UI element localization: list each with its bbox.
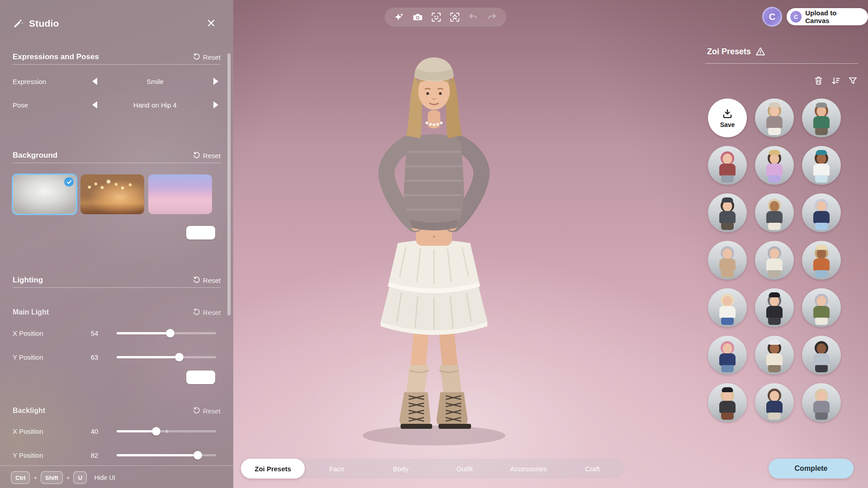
expression-value: Smile <box>99 78 211 85</box>
slider-knob[interactable] <box>193 451 202 460</box>
preset-navy-blazer-brown-bob[interactable] <box>755 383 794 422</box>
preset-avatar <box>755 146 794 185</box>
background-reset-button[interactable]: Reset <box>193 152 221 160</box>
preset-gray-windbreaker-sunglasses[interactable] <box>802 383 841 422</box>
preset-green-jacket-gray-cap[interactable] <box>802 99 841 137</box>
sparkles-icon[interactable] <box>394 12 405 23</box>
tab-zoi-presets[interactable]: Zoi Presets <box>241 459 305 479</box>
save-preset-button[interactable]: Save <box>708 99 747 137</box>
main-light-color-swatch[interactable] <box>186 371 215 384</box>
tab-craft[interactable]: Craft <box>561 459 624 479</box>
tab-face[interactable]: Face <box>305 459 368 479</box>
redo-icon[interactable] <box>486 12 497 23</box>
complete-button[interactable]: Complete <box>769 459 854 479</box>
save-label: Save <box>720 121 735 128</box>
upload-to-canvas-button[interactable]: C Upload to Canvas <box>787 8 868 25</box>
pose-prev-icon[interactable] <box>90 100 99 110</box>
preset-avatar <box>802 288 841 327</box>
hide-ui-label: Hide UI <box>94 474 115 481</box>
filter-icon[interactable] <box>847 75 858 86</box>
panel-title: Studio <box>29 18 59 29</box>
backlight-y-slider[interactable] <box>117 450 216 460</box>
selected-check-icon <box>64 177 74 187</box>
main-light-y-slider[interactable] <box>117 352 216 362</box>
body-capture-icon[interactable] <box>449 12 460 23</box>
pose-label: Pose <box>13 101 90 109</box>
preset-blond-buzzcut-bomber[interactable] <box>755 193 794 232</box>
preset-avatar <box>802 99 841 137</box>
tab-outfit[interactable]: Outfit <box>433 459 496 479</box>
slider-knob[interactable] <box>166 329 175 338</box>
expression-label: Expression <box>13 78 90 85</box>
viewport-toolbar <box>385 8 506 27</box>
preset-military-green-jacket[interactable] <box>802 288 841 327</box>
preset-black-cap-leather-pants[interactable] <box>708 383 747 422</box>
main-light-x-slider[interactable] <box>117 328 216 338</box>
key-shift: Shift <box>41 471 63 484</box>
close-icon[interactable] <box>204 16 218 30</box>
preset-orange-shirt-sun-hat[interactable] <box>802 241 841 280</box>
preset-teal-beanie-white-tee[interactable] <box>802 146 841 185</box>
preset-sequin-jacket-black-crop[interactable] <box>802 336 841 375</box>
main-light-title: Main Light <box>13 308 49 316</box>
tab-accessories[interactable]: Accessories <box>496 459 560 479</box>
backlight-reset-button[interactable]: Reset <box>193 407 221 415</box>
key-u: U <box>73 471 87 484</box>
backlight-x-value: 40 <box>84 427 105 435</box>
key-ctrl: Ctrl <box>11 471 30 484</box>
preset-avatar <box>708 288 747 327</box>
preset-black-beret-all-black[interactable] <box>755 288 794 327</box>
preset-avatar <box>755 99 794 137</box>
slider-knob[interactable] <box>175 353 184 361</box>
preset-avatar <box>708 146 747 185</box>
background-thumb-cozy-room[interactable] <box>80 174 144 214</box>
preset-white-jacket-blue-dress[interactable] <box>708 288 747 327</box>
warning-triangle-icon[interactable] <box>755 47 765 56</box>
preset-avatar <box>708 193 747 232</box>
preset-straw-hat-lilac-dress[interactable] <box>755 146 794 185</box>
backlight-x-label: X Position <box>13 427 84 435</box>
preset-avatar <box>755 383 794 422</box>
background-color-swatch[interactable] <box>186 226 215 239</box>
pose-next-icon[interactable] <box>211 100 221 110</box>
preset-pink-hair-navy-varsity[interactable] <box>708 336 747 375</box>
preset-silver-pigtails-navy-jacket[interactable] <box>802 193 841 232</box>
slider-knob[interactable] <box>152 427 160 436</box>
expression-next-icon[interactable] <box>211 76 221 86</box>
preset-navy-white-varsity-cardigan[interactable] <box>755 241 794 280</box>
background-section-title: Background <box>13 151 57 160</box>
preset-avatar <box>802 241 841 280</box>
face-capture-icon[interactable] <box>431 12 442 23</box>
trash-icon[interactable] <box>813 75 824 86</box>
reset-icon <box>193 407 200 414</box>
preset-avatar <box>708 241 747 280</box>
background-thumb-studio-gray[interactable] <box>13 174 76 214</box>
camera-icon[interactable] <box>412 12 423 23</box>
panel-scrollbar[interactable] <box>227 53 231 315</box>
preset-avatar <box>708 336 747 375</box>
expressions-reset-button[interactable]: Reset <box>193 53 221 61</box>
preset-tan-bodycon-dress[interactable] <box>708 241 747 280</box>
tab-body[interactable]: Body <box>369 459 433 479</box>
reset-icon <box>193 53 200 61</box>
sort-descending-icon[interactable] <box>830 75 841 86</box>
preset-headphones-cream-sweatshirt[interactable] <box>755 336 794 375</box>
canvas-brand-badge[interactable]: C <box>762 7 782 27</box>
pose-value: Hand on Hip 4 <box>99 101 211 109</box>
expression-prev-icon[interactable] <box>90 76 99 86</box>
preset-avatar <box>755 241 794 280</box>
lighting-reset-button[interactable]: Reset <box>193 277 221 284</box>
hide-ui-shortcut: Ctrl + Shift + U Hide UI <box>11 470 115 485</box>
preset-cap-dark-vest-white-sleeves[interactable] <box>708 193 747 232</box>
preset-avatar <box>755 193 794 232</box>
reset-icon <box>193 277 200 284</box>
canvas-mini-icon: C <box>790 11 802 23</box>
preset-pink-hair-colorblock-hoodie[interactable] <box>708 146 747 185</box>
background-thumb-pink-sky[interactable] <box>148 174 212 214</box>
preset-beanie-gray-sweater-white-skirt[interactable] <box>755 99 794 137</box>
main-light-reset-button[interactable]: Reset <box>193 309 221 316</box>
undo-icon[interactable] <box>468 12 479 23</box>
bottom-tab-bar: Zoi PresetsFaceBodyOutfitAccessoriesCraf… <box>241 459 624 479</box>
backlight-x-slider[interactable] <box>117 426 216 436</box>
preset-avatar <box>802 146 841 185</box>
